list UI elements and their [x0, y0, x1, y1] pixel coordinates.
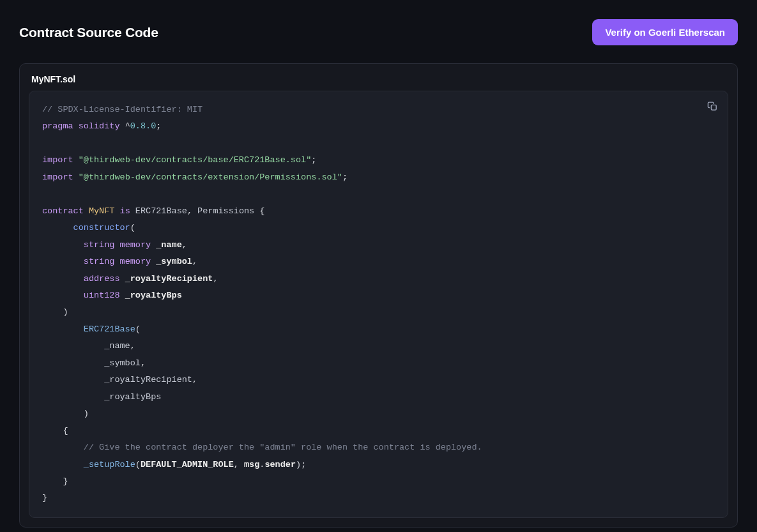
page-title: Contract Source Code [19, 25, 158, 40]
file-name: MyNFT.sol [20, 64, 737, 91]
verify-button[interactable]: Verify on Goerli Etherscan [592, 19, 738, 45]
copy-icon [707, 101, 718, 114]
svg-rect-0 [711, 105, 716, 110]
source-code: // SPDX-License-Identifier: MIT pragma s… [29, 91, 728, 517]
copy-button[interactable] [706, 100, 719, 115]
page-header: Contract Source Code Verify on Goerli Et… [19, 19, 738, 45]
source-code-card: MyNFT.sol // SPDX-License-Identifier: MI… [19, 63, 738, 528]
code-block: // SPDX-License-Identifier: MIT pragma s… [29, 91, 728, 518]
